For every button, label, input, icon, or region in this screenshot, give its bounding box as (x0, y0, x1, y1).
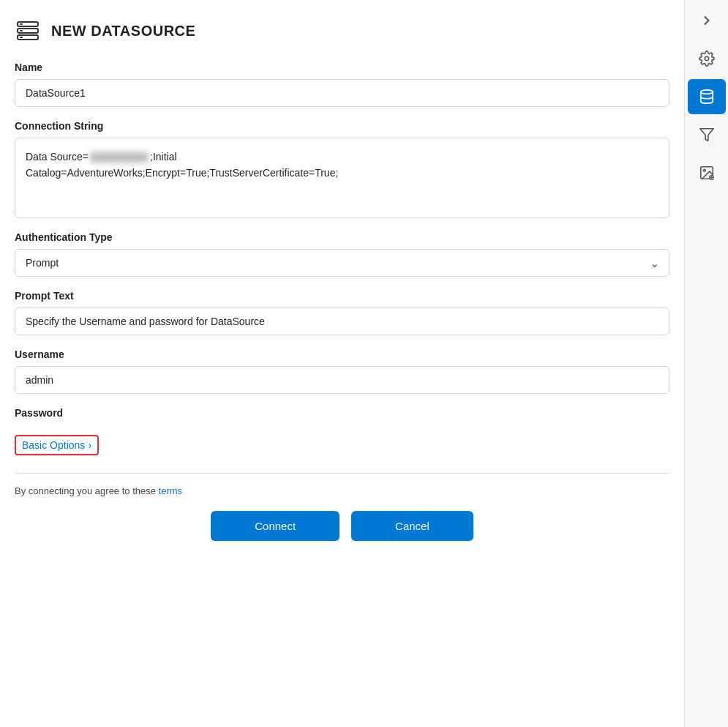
page-title: NEW DATASOURCE (51, 23, 195, 40)
password-label: Password (15, 407, 669, 419)
sidebar-item-datasource[interactable] (688, 79, 726, 114)
sidebar-item-filter[interactable] (688, 117, 726, 152)
sidebar (684, 0, 728, 727)
prompt-text-input[interactable] (15, 307, 669, 335)
footer-agreement: By connecting you agree to these terms (15, 485, 669, 496)
sidebar-chevron-right[interactable] (688, 7, 726, 34)
username-input[interactable] (15, 366, 669, 394)
svg-point-6 (705, 56, 709, 61)
connection-string-prefix: Data Source= (26, 151, 89, 163)
auth-type-wrapper: Prompt None Integrated Security Username… (15, 249, 669, 277)
basic-options-chevron: › (88, 439, 91, 451)
connection-string-label: Connection String (15, 120, 669, 132)
prompt-text-label: Prompt Text (15, 290, 669, 302)
footer-buttons: Connect Cancel (15, 511, 669, 541)
name-label: Name (15, 61, 669, 73)
header: NEW DATASOURCE (15, 18, 669, 44)
svg-point-10 (703, 169, 705, 171)
svg-point-7 (700, 90, 713, 94)
basic-options-label: Basic Options (22, 439, 85, 451)
footer-divider (15, 473, 669, 474)
sidebar-item-settings[interactable] (688, 41, 726, 76)
agreement-text: By connecting you agree to these (15, 485, 159, 496)
auth-type-select[interactable]: Prompt None Integrated Security Username… (15, 249, 669, 277)
svg-marker-8 (699, 129, 713, 141)
connection-string-rest: Catalog=AdventureWorks;Encrypt=True;Trus… (26, 167, 338, 179)
sidebar-item-report[interactable] (688, 155, 726, 190)
datasource-header-icon (15, 18, 41, 44)
auth-type-label: Authentication Type (15, 231, 669, 243)
connection-string-display: Data Source= ;Initial Catalog=AdventureW… (15, 138, 669, 218)
blurred-host (90, 152, 149, 163)
name-input[interactable] (15, 79, 669, 107)
username-label: Username (15, 348, 669, 360)
terms-link[interactable]: terms (159, 485, 183, 496)
form-section: Name Connection String Data Source= ;Ini… (15, 61, 669, 712)
connection-string-middle: ;Initial (150, 151, 177, 163)
main-panel: NEW DATASOURCE Name Connection String Da… (0, 0, 684, 727)
cancel-button[interactable]: Cancel (351, 511, 473, 541)
basic-options-link[interactable]: Basic Options › (15, 435, 99, 455)
connect-button[interactable]: Connect (211, 511, 339, 541)
